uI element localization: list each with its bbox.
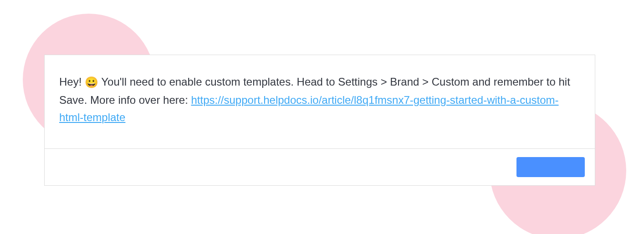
primary-action-button[interactable] bbox=[516, 157, 585, 177]
notification-card: Hey! 😀 You'll need to enable custom temp… bbox=[44, 55, 595, 186]
message-prefix: Hey! bbox=[59, 76, 85, 88]
notification-body: Hey! 😀 You'll need to enable custom temp… bbox=[45, 55, 595, 148]
notification-footer bbox=[45, 148, 595, 185]
smile-emoji-icon: 😀 bbox=[85, 76, 98, 88]
